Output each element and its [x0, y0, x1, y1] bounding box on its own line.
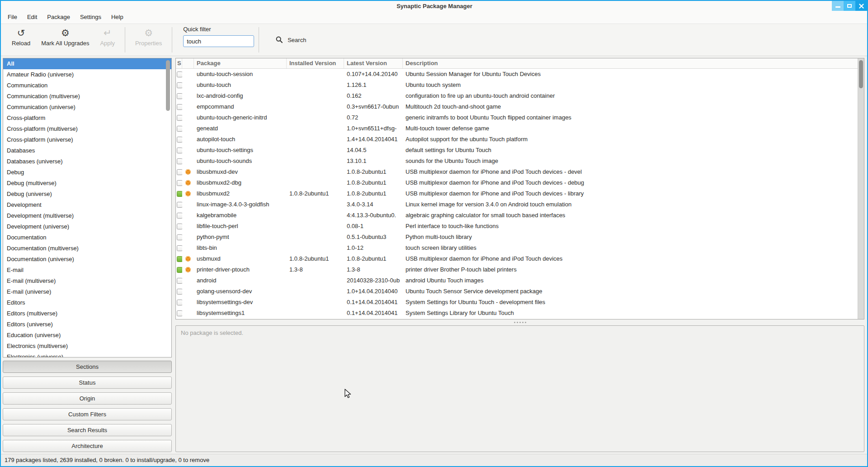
- package-row-ubuntu-touch-generic-initrd[interactable]: ubuntu-touch-generic-initrd0.72generic i…: [176, 112, 864, 123]
- section-item-editors-universe-[interactable]: Editors (universe): [3, 319, 171, 330]
- sidebar-button-status[interactable]: Status: [3, 376, 172, 389]
- package-row-kalgebramobile[interactable]: kalgebramobile4:4.13.3-0ubuntu0.algebrai…: [176, 210, 864, 221]
- package-row-libsystemsettings1[interactable]: libsystemsettings10.1+14.04.2014041Syste…: [176, 308, 864, 319]
- section-item-communication-universe-[interactable]: Communication (universe): [3, 102, 171, 113]
- package-row-ubuntu-touch-session[interactable]: ubuntu-touch-session0.107+14.04.20140Ubu…: [176, 69, 864, 80]
- reload-button[interactable]: ↺ Reload: [6, 24, 36, 56]
- section-item-cross-platform-multiverse-[interactable]: Cross-platform (multiverse): [3, 124, 171, 134]
- section-item-databases-universe-[interactable]: Databases (universe): [3, 156, 171, 167]
- section-item-documentation-universe-[interactable]: Documentation (universe): [3, 254, 171, 265]
- package-checkbox[interactable]: [177, 191, 182, 197]
- table-scrollbar-thumb[interactable]: [859, 60, 863, 88]
- package-row-geneatd[interactable]: geneatd1.0+svn6511+dfsg-Multi-touch towe…: [176, 123, 864, 134]
- package-checkbox[interactable]: [177, 104, 182, 110]
- package-checkbox[interactable]: [177, 256, 182, 262]
- package-row-libusbmuxd2[interactable]: libusbmuxd21.0.8-2ubuntu11.0.8-2ubuntu1U…: [176, 188, 864, 199]
- section-item-electronics-multiverse-[interactable]: Electronics (multiverse): [3, 341, 171, 352]
- mark-all-upgrades-button[interactable]: ⚙ Mark All Upgrades: [36, 24, 94, 56]
- section-item-cross-platform[interactable]: Cross-platform: [3, 113, 171, 124]
- menu-package[interactable]: Package: [42, 11, 75, 24]
- package-checkbox[interactable]: [177, 278, 182, 284]
- package-checkbox[interactable]: [177, 245, 182, 251]
- titlebar[interactable]: Synaptic Package Manager: [1, 1, 867, 11]
- search-button[interactable]: Search: [271, 33, 311, 47]
- section-item-development-universe-[interactable]: Development (universe): [3, 221, 171, 232]
- minimize-button[interactable]: [832, 1, 844, 11]
- section-item-development[interactable]: Development: [3, 200, 171, 210]
- package-checkbox[interactable]: [177, 213, 182, 219]
- section-item-communication-multiverse-[interactable]: Communication (multiverse): [3, 91, 171, 102]
- package-checkbox[interactable]: [177, 93, 182, 99]
- package-row-libts-bin[interactable]: libts-bin1.0-12touch screen library util…: [176, 243, 864, 253]
- section-item-e-mail[interactable]: E-mail: [3, 265, 171, 276]
- menu-file[interactable]: File: [3, 11, 22, 24]
- package-checkbox[interactable]: [177, 148, 182, 153]
- menu-help[interactable]: Help: [106, 11, 128, 24]
- section-item-documentation-multiverse-[interactable]: Documentation (multiverse): [3, 243, 171, 254]
- menu-settings[interactable]: Settings: [75, 11, 106, 24]
- package-row-ubuntu-touch-settings[interactable]: ubuntu-touch-settings14.04.5default sett…: [176, 145, 864, 156]
- table-scrollbar[interactable]: [858, 58, 864, 319]
- package-checkbox[interactable]: [177, 267, 182, 273]
- section-item-amateur-radio-universe-[interactable]: Amateur Radio (universe): [3, 69, 171, 80]
- package-checkbox[interactable]: [177, 202, 182, 208]
- package-checkbox[interactable]: [177, 82, 182, 88]
- package-row-empcommand[interactable]: empcommand0.3+svn6617-0ubunMultitouch 2d…: [176, 101, 864, 112]
- section-item-editors-multiverse-[interactable]: Editors (multiverse): [3, 308, 171, 319]
- package-row-linux-image-3-4-0-3-goldfish[interactable]: linux-image-3.4.0-3-goldfish3.4.0-3.14Li…: [176, 199, 864, 210]
- sidebar-button-custom-filters[interactable]: Custom Filters: [3, 408, 172, 420]
- sidebar-button-architecture[interactable]: Architecture: [3, 440, 172, 452]
- close-button[interactable]: [855, 1, 867, 11]
- pane-splitter[interactable]: [175, 319, 864, 325]
- package-checkbox[interactable]: [177, 224, 182, 229]
- section-item-communication[interactable]: Communication: [3, 80, 171, 91]
- package-checkbox[interactable]: [177, 137, 182, 143]
- package-checkbox[interactable]: [177, 115, 182, 121]
- package-row-ubuntu-touch[interactable]: ubuntu-touch1.126.1Ubuntu touch system: [176, 80, 864, 91]
- section-item-all[interactable]: All: [3, 58, 171, 69]
- column-header-latest-version[interactable]: Latest Version: [344, 58, 403, 68]
- section-item-debug-multiverse-[interactable]: Debug (multiverse): [3, 178, 171, 189]
- package-row-android[interactable]: android20140328-2310-0ubandroid Ubuntu T…: [176, 275, 864, 286]
- package-row-libusbmuxd-dev[interactable]: libusbmuxd-dev1.0.8-2ubuntu1USB multiple…: [176, 167, 864, 177]
- package-checkbox[interactable]: [177, 234, 182, 240]
- package-row-libusbmuxd2-dbg[interactable]: libusbmuxd2-dbg1.0.8-2ubuntu1USB multipl…: [176, 177, 864, 188]
- section-item-editors[interactable]: Editors: [3, 297, 171, 308]
- apply-button[interactable]: ↵ Apply: [94, 24, 120, 56]
- package-row-libsystemsettings-dev[interactable]: libsystemsettings-dev0.1+14.04.2014041Sy…: [176, 297, 864, 308]
- section-item-debug[interactable]: Debug: [3, 167, 171, 178]
- menu-edit[interactable]: Edit: [22, 11, 42, 24]
- column-header-description[interactable]: Description: [403, 58, 864, 68]
- package-row-usbmuxd[interactable]: usbmuxd1.0.8-2ubuntu11.0.8-2ubuntu1USB m…: [176, 253, 864, 264]
- section-item-development-multiverse-[interactable]: Development (multiverse): [3, 210, 171, 221]
- package-row-golang-usensord-dev[interactable]: golang-usensord-dev1.0+14.04.2014040Ubun…: [176, 286, 864, 297]
- column-header-installed-version[interactable]: Installed Version: [287, 58, 344, 68]
- package-checkbox[interactable]: [177, 300, 182, 305]
- section-item-cross-platform-universe-[interactable]: Cross-platform (universe): [3, 134, 171, 145]
- quick-filter-input[interactable]: [183, 35, 254, 47]
- package-checkbox[interactable]: [177, 310, 182, 316]
- package-checkbox[interactable]: [177, 158, 182, 164]
- package-row-python-pymt[interactable]: python-pymt0.5.1-0ubuntu3Python multi-to…: [176, 232, 864, 243]
- column-header-supported[interactable]: [182, 58, 194, 68]
- section-item-electronics-universe-[interactable]: Electronics (universe): [3, 352, 171, 357]
- package-row-libfile-touch-perl[interactable]: libfile-touch-perl0.08-1Perl interface t…: [176, 221, 864, 232]
- section-item-databases[interactable]: Databases: [3, 145, 171, 156]
- package-checkbox[interactable]: [177, 169, 182, 175]
- package-checkbox[interactable]: [177, 126, 182, 132]
- properties-button[interactable]: ⚙ Properties: [130, 24, 167, 56]
- sidebar-button-search-results[interactable]: Search Results: [3, 424, 172, 436]
- package-checkbox[interactable]: [177, 180, 182, 186]
- sections-scrollbar-thumb[interactable]: [166, 60, 170, 111]
- sidebar-button-sections[interactable]: Sections: [3, 361, 172, 373]
- package-checkbox[interactable]: [177, 289, 182, 295]
- package-row-autopilot-touch[interactable]: autopilot-touch1.4+14.04.2014041Autopilo…: [176, 134, 864, 145]
- section-item-e-mail-universe-[interactable]: E-mail (universe): [3, 286, 171, 297]
- column-header-package[interactable]: Package: [194, 58, 287, 68]
- package-row-ubuntu-touch-sounds[interactable]: ubuntu-touch-sounds13.10.1sounds for the…: [176, 156, 864, 167]
- section-item-e-mail-multiverse-[interactable]: E-mail (multiverse): [3, 276, 171, 286]
- column-header-status[interactable]: S: [176, 58, 182, 68]
- section-item-debug-universe-[interactable]: Debug (universe): [3, 189, 171, 200]
- sidebar-button-origin[interactable]: Origin: [3, 392, 172, 405]
- package-row-printer-driver-ptouch[interactable]: printer-driver-ptouch1.3-81.3-8printer d…: [176, 264, 864, 275]
